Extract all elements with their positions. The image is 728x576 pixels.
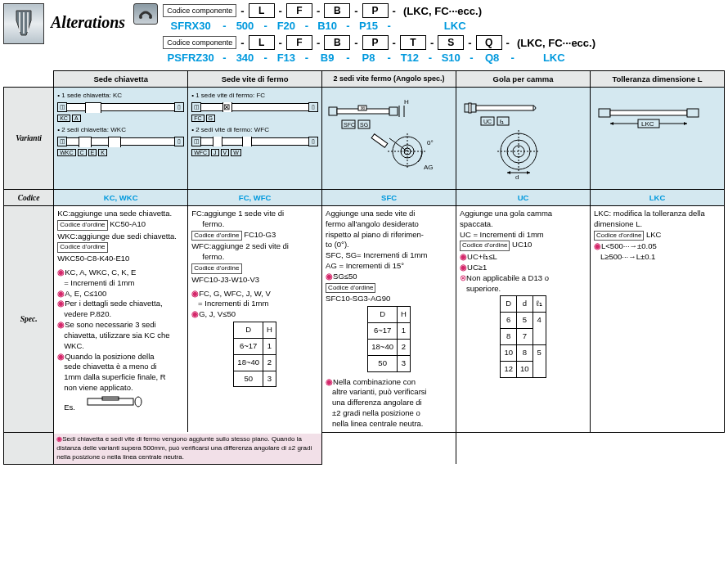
spec-kc: KC:aggiunge una sede chiavetta. Codice d…	[54, 206, 188, 433]
code-fc: FC, WFC	[188, 190, 322, 206]
uc-table: Ddℓ₁ 654 87 1085 1210	[500, 295, 546, 377]
col-sede-vite: Sede vite di fermo	[188, 71, 322, 88]
code-sfc: SFC	[322, 190, 456, 206]
svg-text:LKC: LKC	[641, 120, 654, 128]
alterations-table: Sede chiavetta Sede vite di fermo 2 sedi…	[3, 70, 725, 465]
code-comp-label: Codice componente	[163, 4, 236, 17]
col-gola: Gola per camma	[456, 71, 591, 88]
row-varianti: Varianti	[4, 88, 54, 190]
row-spec: Spec.	[4, 206, 54, 433]
svg-point-45	[135, 397, 142, 407]
v1-end: LKC	[444, 20, 466, 32]
col-tolleranza: Tolleranza dimensione L	[591, 71, 725, 88]
svg-rect-37	[599, 109, 610, 117]
svg-rect-25	[476, 106, 533, 110]
row-codice: Codice	[4, 190, 54, 206]
v1-code: SFRX30	[163, 20, 218, 32]
svg-text:H: H	[404, 98, 409, 106]
svg-text:⊠: ⊠	[361, 106, 365, 110]
svg-text:UC: UC	[483, 119, 492, 124]
svg-point-0	[139, 16, 142, 19]
variant-kc: • 1 sede chiavetta: KC ◫▯ KCA • 2 sedi c…	[54, 88, 188, 190]
spec-lkc: LKC: modifica la tolleranza della dimens…	[591, 206, 725, 433]
code-kc: KC, WKC	[54, 190, 188, 206]
phone-icon	[133, 3, 158, 25]
svg-text:SFC: SFC	[344, 122, 355, 128]
slot-B: B	[324, 3, 350, 18]
svg-text:d: d	[515, 173, 519, 181]
alterations-title: Alterations	[51, 13, 125, 32]
svg-rect-24	[469, 103, 471, 113]
footnote: ◉Sedi chiavetta e sedi vite di fermo ven…	[54, 434, 321, 463]
code-lkc: LKC	[591, 190, 725, 206]
svg-point-1	[149, 16, 152, 19]
slot-F: F	[286, 3, 312, 18]
svg-rect-2	[329, 107, 337, 115]
variant-fc: • 1 sede vite di fermo: FC ◫⊠▯ FCG • 2 s…	[188, 88, 322, 190]
spec-fc: FC:aggiunge 1 sede vite di fermo. Codice…	[188, 206, 322, 433]
svg-text:0°: 0°	[427, 139, 434, 146]
sfc-table: DH 6~171 18~402 503	[367, 306, 411, 371]
svg-text:ℓ₁: ℓ₁	[499, 119, 504, 124]
variant-lkc: LKC	[591, 88, 725, 190]
svg-rect-6	[389, 107, 398, 115]
spec-sfc: Aggiunge una sede vite di fermo all'ango…	[322, 206, 456, 433]
variant-sfc: ⊠ H SFC SG 0° AG	[322, 88, 456, 190]
col-sede-chiavetta: Sede chiavetta	[54, 71, 188, 88]
svg-rect-38	[610, 110, 687, 115]
svg-rect-43	[88, 398, 133, 405]
svg-text:SG: SG	[360, 122, 368, 128]
spec-uc: Aggiunge una gola camma spaccata. UC = I…	[456, 206, 591, 433]
svg-text:AG: AG	[424, 164, 434, 171]
milling-icon	[3, 3, 44, 44]
code-uc: UC	[456, 190, 591, 206]
svg-line-19	[389, 138, 407, 151]
col-2sedi: 2 sedi vite fermo (Angolo spec.)	[322, 71, 456, 88]
row1-paren: (LKC, FC···ecc.)	[403, 5, 482, 17]
svg-rect-39	[687, 109, 699, 117]
header: Alterations Codice componente -L -F -B -…	[3, 3, 725, 67]
slot-P: P	[362, 3, 389, 18]
code-block: Codice componente -L -F -B -P - (LKC, FC…	[163, 3, 595, 67]
fc-table: DH 6~171 18~402 503	[233, 322, 276, 387]
svg-rect-22	[371, 134, 388, 148]
variant-uc: UC ℓ₁ d	[456, 88, 591, 190]
slot-L: L	[249, 3, 275, 18]
